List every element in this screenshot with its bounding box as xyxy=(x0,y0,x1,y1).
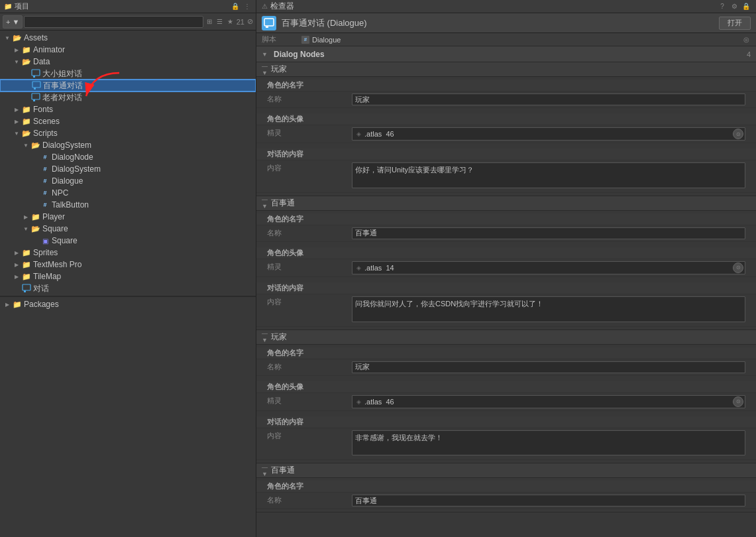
tree-item-sprites[interactable]: Sprites xyxy=(0,247,256,259)
node-header-4[interactable]: — ▼ 百事通 xyxy=(256,463,756,478)
script-row-value: # Dialogue xyxy=(301,36,741,44)
tree-item-square-folder[interactable]: Square xyxy=(0,223,256,235)
tree-arrow-fonts xyxy=(12,105,21,114)
tree-item-dialognode[interactable]: # DialogNode xyxy=(0,151,256,163)
prop-value-4-name[interactable] xyxy=(352,495,745,507)
folder-tilemap-icon xyxy=(21,271,32,282)
input-3-name[interactable] xyxy=(352,361,745,373)
tree-item-fonts[interactable]: Fonts xyxy=(0,103,256,115)
script-dialogue-icon: # xyxy=(40,176,50,186)
prop-value-2-name[interactable] xyxy=(352,227,745,239)
node-header-3[interactable]: — ▼ 玩家 xyxy=(256,330,756,345)
folder-packages-icon xyxy=(12,299,23,310)
tree-item-dialogsystem-folder[interactable]: DialogSystem xyxy=(0,139,256,151)
folder-player-icon xyxy=(30,211,41,222)
tree-item-baishitong[interactable]: 百事通对话 xyxy=(0,80,256,91)
sprite-input-1[interactable]: ◈ ⊙ xyxy=(352,127,745,141)
prop-label-4-name: 名称 xyxy=(267,495,347,505)
menu-icon[interactable]: ⋮ xyxy=(243,2,252,11)
textarea-1-content[interactable]: 你好，请问Unity应该要去哪里学习？ xyxy=(352,162,745,188)
tree-item-animator[interactable]: Animator xyxy=(0,44,256,56)
tree-item-dialogsystem-script[interactable]: # DialogSystem xyxy=(0,163,256,175)
tree-item-dialogue-script[interactable]: # Dialogue xyxy=(0,175,256,187)
search-input[interactable] xyxy=(24,16,203,28)
star-icon[interactable]: ★ xyxy=(226,17,235,27)
inspector-lock-icon[interactable]: 🔒 xyxy=(741,2,751,11)
inspector-help-icon[interactable]: ? xyxy=(718,2,727,11)
project-toolbar: + ▼ ⊞ ☰ ★ 21 ⊘ xyxy=(0,13,256,30)
input-4-name[interactable] xyxy=(352,495,745,507)
script-circle-icon[interactable]: ◎ xyxy=(741,35,751,44)
dialog-nodes-section-header[interactable]: ▼ Dialog Nodes 4 xyxy=(256,46,756,62)
item-count: 21 xyxy=(237,18,244,26)
tree-item-talkbutton[interactable]: # TalkButton xyxy=(0,199,256,211)
prop-value-1-name[interactable] xyxy=(352,93,745,105)
prop-value-2-content[interactable]: 问我你就问对人了，你去CSDN找向宇进行学习就可以了！ xyxy=(352,296,745,324)
tree-label-packages: Packages xyxy=(23,300,253,309)
prop-row-2-name: 名称 xyxy=(256,225,756,242)
script-dialognode-icon: # xyxy=(40,152,50,162)
sprite-circle-3[interactable]: ⊙ xyxy=(733,396,743,407)
prop-group-3-name: 角色的名字 名称 xyxy=(256,345,756,379)
svg-rect-5 xyxy=(33,99,35,101)
node-header-1[interactable]: — ▼ 玩家 xyxy=(256,62,756,77)
tree-label-dialogsystem-folder: DialogSystem xyxy=(41,141,253,150)
folder-textmeshpro-icon xyxy=(21,259,32,270)
tree-item-player[interactable]: Player xyxy=(0,211,256,223)
input-1-name[interactable] xyxy=(352,93,745,105)
prop-label-3-content: 内容 xyxy=(267,430,347,441)
prop-value-1-avatar[interactable]: ◈ ⊙ xyxy=(352,127,745,141)
lock-icon[interactable]: 🔒 xyxy=(231,2,240,11)
sprite-input-text-3[interactable] xyxy=(363,396,733,408)
tree-item-data[interactable]: Data xyxy=(0,56,256,68)
tree-item-scripts[interactable]: Scripts xyxy=(0,127,256,139)
prop-value-1-content[interactable]: 你好，请问Unity应该要去哪里学习？ xyxy=(352,162,745,190)
tree-label-square-folder: Square xyxy=(41,224,253,233)
open-button[interactable]: 打开 xyxy=(719,17,751,30)
tree-item-daxiaojie[interactable]: 大小姐对话 xyxy=(0,68,256,80)
prop-row-3-content: 内容 非常感谢，我现在就去学！ xyxy=(256,428,756,461)
textarea-2-content[interactable]: 问我你就问对人了，你去CSDN找向宇进行学习就可以了！ xyxy=(352,296,745,322)
prop-value-3-content[interactable]: 非常感谢，我现在就去学！ xyxy=(352,430,745,458)
tree-label-scenes: Scenes xyxy=(32,117,253,126)
tree-item-square[interactable]: ▣ Square xyxy=(0,235,256,247)
tree-item-assets[interactable]: Assets xyxy=(0,32,256,44)
inspector-content[interactable]: ▼ Dialog Nodes 4 — ▼ 玩家 角色的名字 名称 xyxy=(256,46,756,537)
expand-icon[interactable]: ⊞ xyxy=(205,17,214,27)
node-name-3: 玩家 xyxy=(271,331,287,343)
sprite-circle-2[interactable]: ⊙ xyxy=(733,263,743,273)
tree-arrow-textmeshpro xyxy=(12,260,21,269)
svg-rect-1 xyxy=(33,76,35,78)
prop-value-3-avatar[interactable]: ◈ ⊙ xyxy=(352,395,745,408)
tree-item-duihua[interactable]: 对话 xyxy=(0,282,256,294)
tree-item-scenes[interactable]: Scenes xyxy=(0,115,256,127)
prop-value-3-name[interactable] xyxy=(352,361,745,373)
add-button[interactable]: + ▼ xyxy=(3,15,23,29)
prop-group-3-avatar: 角色的头像 精灵 ◈ ⊙ xyxy=(256,379,756,414)
tree-item-laozhe[interactable]: 老者对对话 xyxy=(0,91,256,103)
sprite-icon-1: ◈ xyxy=(354,129,363,139)
node-header-2[interactable]: — ▼ 百事通 xyxy=(256,196,756,211)
object-type-icon xyxy=(262,16,276,30)
sprite-input-text-1[interactable] xyxy=(363,128,733,140)
tree-item-tilemap[interactable]: TileMap xyxy=(0,270,256,282)
prop-value-2-avatar[interactable]: ◈ ⊙ xyxy=(352,261,745,274)
prop-label-1-name: 名称 xyxy=(267,93,347,104)
sprite-circle-1[interactable]: ⊙ xyxy=(733,129,743,139)
tree-arrow-packages xyxy=(3,300,12,309)
sprite-input-3[interactable]: ◈ ⊙ xyxy=(352,395,745,408)
tree-item-npc[interactable]: # NPC xyxy=(0,187,256,199)
sprite-input-text-2[interactable] xyxy=(363,262,733,274)
columns-icon[interactable]: ☰ xyxy=(215,17,225,27)
tree-label-daxiaojie: 大小姐对话 xyxy=(41,68,253,80)
tree-item-packages[interactable]: Packages xyxy=(0,298,256,310)
sprite-input-2[interactable]: ◈ ⊙ xyxy=(352,261,745,274)
project-tree[interactable]: Assets Animator Data xyxy=(0,30,256,537)
input-2-name[interactable] xyxy=(352,227,745,239)
inspector-settings-icon[interactable]: ⚙ xyxy=(729,2,739,11)
node-arrow-2: — ▼ xyxy=(262,196,268,209)
tree-item-textmeshpro[interactable]: TextMesh Pro xyxy=(0,259,256,270)
textarea-3-content[interactable]: 非常感谢，我现在就去学！ xyxy=(352,430,745,456)
prop-group-2-content: 对话的内容 内容 问我你就问对人了，你去CSDN找向宇进行学习就可以了！ xyxy=(256,280,756,329)
prop-group-2-name: 角色的名字 名称 xyxy=(256,211,756,245)
